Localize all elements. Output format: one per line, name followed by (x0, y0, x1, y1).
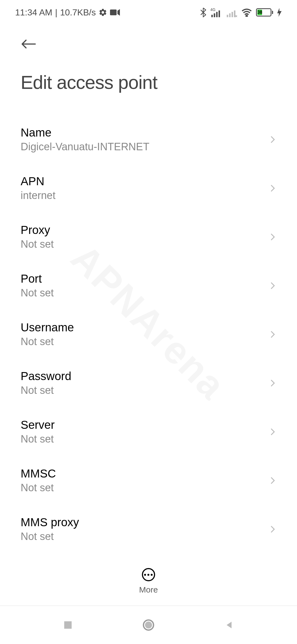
svg-rect-6 (227, 15, 228, 17)
setting-item-server[interactable]: Server Not set (21, 407, 276, 456)
svg-rect-3 (214, 13, 215, 17)
chevron-right-icon (269, 233, 276, 241)
svg-point-11 (246, 15, 248, 17)
setting-value: Not set (21, 238, 269, 250)
signal-4g-icon: 4G (210, 7, 222, 17)
status-time: 11:34 AM (15, 7, 52, 18)
chevron-right-icon (269, 526, 276, 533)
setting-label: Username (21, 321, 269, 334)
setting-value: Not set (21, 336, 269, 348)
setting-label: Proxy (21, 223, 269, 237)
svg-rect-5 (219, 10, 220, 17)
settings-list: Name Digicel-Vanuatu-INTERNET APN intern… (0, 101, 297, 553)
setting-item-username[interactable]: Username Not set (21, 310, 276, 359)
svg-text:✕: ✕ (235, 14, 237, 18)
more-button[interactable]: More (139, 568, 158, 594)
svg-rect-8 (232, 12, 233, 17)
status-data-rate: 10.7KB/s (60, 7, 96, 18)
svg-rect-2 (211, 15, 213, 17)
wifi-icon (241, 8, 252, 17)
signal-none-icon: ✕ (226, 7, 237, 17)
setting-value: Not set (21, 287, 269, 299)
header: Edit access point (0, 25, 297, 101)
chevron-right-icon (269, 428, 276, 435)
setting-item-proxy[interactable]: Proxy Not set (21, 212, 276, 261)
battery-level: 38 (257, 10, 262, 15)
setting-value: Not set (21, 531, 269, 542)
chevron-right-icon (269, 331, 276, 338)
settings-icon (98, 8, 107, 17)
setting-item-mmsc[interactable]: MMSC Not set (21, 456, 276, 505)
camera-icon (110, 9, 120, 16)
setting-value: internet (21, 190, 269, 201)
chevron-right-icon (269, 282, 276, 289)
svg-rect-12 (64, 621, 72, 629)
status-right: 4G ✕ 38 (200, 7, 282, 17)
chevron-right-icon (269, 185, 276, 192)
setting-item-password[interactable]: Password Not set (21, 359, 276, 407)
nav-home-button[interactable] (140, 617, 157, 633)
setting-value: Not set (21, 433, 269, 445)
bluetooth-icon (200, 7, 207, 17)
svg-rect-7 (229, 13, 230, 17)
chevron-right-icon (269, 477, 276, 484)
status-separator: | (55, 7, 57, 18)
svg-text:4G: 4G (210, 7, 216, 12)
bottom-action-bar: More (0, 560, 297, 594)
status-left: 11:34 AM | 10.7KB/s (15, 7, 120, 18)
more-icon (142, 568, 155, 581)
svg-rect-4 (216, 12, 218, 17)
setting-label: Port (21, 272, 269, 285)
setting-item-apn[interactable]: APN internet (21, 164, 276, 212)
navigation-bar (0, 605, 297, 644)
setting-value: Not set (21, 384, 269, 396)
setting-value: Digicel-Vanuatu-INTERNET (21, 141, 269, 153)
svg-rect-0 (110, 10, 117, 15)
setting-label: MMSC (21, 467, 269, 480)
setting-item-mms-proxy[interactable]: MMS proxy Not set (21, 505, 276, 553)
battery-icon: 38 (256, 8, 273, 17)
setting-item-name[interactable]: Name Digicel-Vanuatu-INTERNET (21, 115, 276, 164)
svg-point-14 (145, 621, 152, 629)
setting-label: Password (21, 370, 269, 383)
setting-label: APN (21, 175, 269, 188)
setting-item-port[interactable]: Port Not set (21, 261, 276, 310)
setting-label: Name (21, 126, 269, 139)
setting-value: Not set (21, 482, 269, 494)
status-bar: 11:34 AM | 10.7KB/s 4G ✕ 38 (0, 0, 297, 25)
setting-label: Server (21, 418, 269, 432)
chevron-right-icon (269, 136, 276, 143)
more-label: More (139, 585, 158, 594)
chevron-right-icon (269, 380, 276, 387)
setting-label: MMS proxy (21, 516, 269, 529)
back-button[interactable] (21, 36, 37, 52)
nav-recent-button[interactable] (60, 617, 76, 633)
nav-back-button[interactable] (221, 617, 237, 633)
charging-icon (277, 8, 282, 17)
page-title: Edit access point (21, 72, 276, 93)
